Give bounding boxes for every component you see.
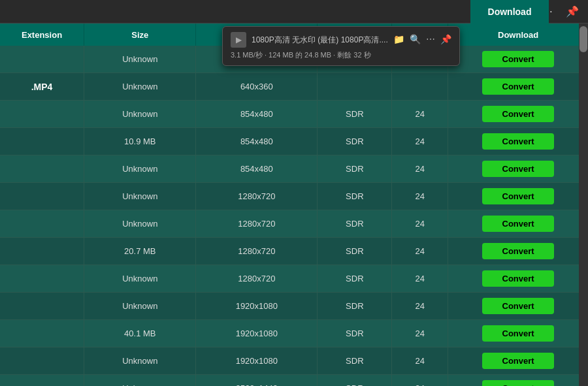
header-size: Size [84, 24, 196, 46]
popup-more-icon[interactable]: ⋯ [426, 34, 435, 44]
cell-sdr: SDR [318, 265, 392, 293]
cell-size: 10.9 MB [84, 128, 196, 155]
table-row: Unknown854x480SDR24Convert [0, 155, 588, 183]
cell-extension [0, 375, 84, 387]
cell-sdr: SDR [318, 238, 392, 265]
convert-button[interactable]: Convert [482, 243, 554, 259]
cell-resolution: 854x480 [196, 101, 318, 128]
cell-size: Unknown [84, 293, 196, 320]
cell-resolution: 1280x720 [196, 183, 318, 210]
cell-extension: .MP4 [0, 73, 84, 101]
cell-sdr: SDR [318, 101, 392, 128]
cell-fps: 24 [392, 347, 448, 375]
cell-sdr: SDR [318, 183, 392, 210]
cell-download: Convert [448, 347, 588, 375]
table-wrapper[interactable]: Extension Size Resolution 下載 Download Un… [0, 24, 588, 386]
convert-button[interactable]: Convert [482, 78, 554, 95]
convert-button[interactable]: Convert [482, 51, 554, 67]
cell-sdr: SDR [318, 128, 392, 155]
cell-sdr: SDR [318, 293, 392, 320]
popup-search-icon[interactable]: 🔍 [410, 34, 421, 44]
scroll-thumb[interactable] [580, 26, 587, 52]
cell-resolution: 854x480 [196, 155, 318, 183]
cell-extension [0, 238, 84, 265]
popup-status: 3.1 MB/秒 · 124 MB 的 24.8 MB · 剩餘 32 秒 [231, 50, 451, 60]
cell-resolution: 2560x1440 [196, 375, 318, 387]
table-row: 40.1 MB1920x1080SDR24Convert [0, 320, 588, 347]
cell-fps: 24 [392, 293, 448, 320]
popup-folder-icon[interactable]: 📁 [393, 34, 404, 44]
cell-extension [0, 320, 84, 347]
table-row: Unknown1280x720SDR24Convert [0, 210, 588, 238]
cell-sdr [318, 73, 392, 101]
cell-resolution: 1920x1080 [196, 347, 318, 375]
convert-button[interactable]: Convert [482, 270, 554, 287]
table-row: Unknown2560x1440SDR24Convert [0, 375, 588, 387]
cell-download: Convert [448, 155, 588, 183]
cell-extension [0, 101, 84, 128]
cell-extension [0, 210, 84, 238]
cell-extension [0, 293, 84, 320]
cell-resolution: 1280x720 [196, 238, 318, 265]
convert-button[interactable]: Convert [482, 380, 554, 386]
convert-button[interactable]: Convert [482, 161, 554, 177]
cell-extension [0, 347, 84, 375]
cell-sdr: SDR [318, 320, 392, 347]
convert-button[interactable]: Convert [482, 325, 554, 342]
main-table: Extension Size Resolution 下載 Download Un… [0, 24, 588, 386]
download-header-label: Download [470, 0, 549, 24]
header-download: Download [448, 24, 588, 46]
cell-size: Unknown [84, 101, 196, 128]
cell-fps: 24 [392, 183, 448, 210]
popup-title: 1080P高清 无水印 (最佳) 1080P高清.... [252, 35, 388, 46]
scrollbar[interactable] [579, 24, 588, 386]
convert-button[interactable]: Convert [482, 133, 554, 150]
cell-download: Convert [448, 73, 588, 101]
cell-fps: 24 [392, 320, 448, 347]
cell-fps: 24 [392, 210, 448, 238]
popup-pin-icon[interactable]: 📌 [440, 34, 451, 44]
cell-sdr: SDR [318, 375, 392, 387]
cell-sdr: SDR [318, 347, 392, 375]
cell-download: Convert [448, 238, 588, 265]
table-row: 10.9 MB854x480SDR24Convert [0, 128, 588, 155]
table-row: Unknown1920x1080SDR24Convert [0, 347, 588, 375]
table-row: 20.7 MB1280x720SDR24Convert [0, 238, 588, 265]
cell-fps: 24 [392, 238, 448, 265]
convert-button[interactable]: Convert [482, 353, 554, 369]
cell-resolution: 854x480 [196, 128, 318, 155]
cell-size: 40.1 MB [84, 320, 196, 347]
header-extension: Extension [0, 24, 84, 46]
cell-resolution: 1280x720 [196, 265, 318, 293]
cell-size: Unknown [84, 73, 196, 101]
download-popup: ▶ 1080P高清 无水印 (最佳) 1080P高清.... 📁 🔍 ⋯ 📌 3… [222, 26, 460, 66]
cell-size: 20.7 MB [84, 238, 196, 265]
pin-icon[interactable]: 📌 [563, 3, 581, 20]
cell-extension [0, 128, 84, 155]
cell-download: Convert [448, 183, 588, 210]
cell-size: Unknown [84, 210, 196, 238]
convert-button[interactable]: Convert [482, 106, 554, 122]
cell-download: Convert [448, 101, 588, 128]
cell-sdr: SDR [318, 155, 392, 183]
cell-extension [0, 155, 84, 183]
cell-resolution: 1280x720 [196, 210, 318, 238]
table-row: Unknown1280x720SDR24Convert [0, 265, 588, 293]
table-row: .MP4Unknown640x360Convert [0, 73, 588, 101]
cell-download: Convert [448, 320, 588, 347]
table-row: Unknown1280x720SDR24Convert [0, 183, 588, 210]
main-container: 📁 🔍 ⋯ 📌 Download ▶ 1080P高清 无水印 (最佳) 1080… [0, 0, 588, 386]
cell-download: Convert [448, 375, 588, 387]
cell-size: Unknown [84, 183, 196, 210]
convert-button[interactable]: Convert [482, 216, 554, 232]
convert-button[interactable]: Convert [482, 188, 554, 204]
cell-extension [0, 265, 84, 293]
cell-download: Convert [448, 46, 588, 73]
cell-size: Unknown [84, 347, 196, 375]
popup-file-icon: ▶ [231, 32, 246, 48]
convert-button[interactable]: Convert [482, 298, 554, 314]
cell-resolution: 1920x1080 [196, 320, 318, 347]
cell-fps: 24 [392, 128, 448, 155]
cell-extension [0, 183, 84, 210]
cell-fps [392, 73, 448, 101]
